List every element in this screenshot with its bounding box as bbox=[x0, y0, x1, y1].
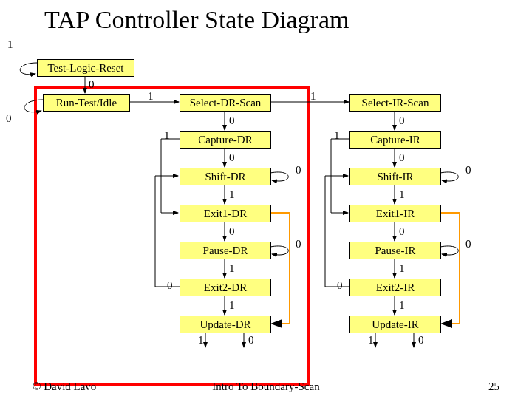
footer-center: Intro To Boundary-Scan bbox=[212, 381, 319, 393]
state-e1ir: Exit1-IR bbox=[349, 205, 441, 222]
state-sdr: Select-DR-Scan bbox=[180, 94, 271, 112]
state-e2ir: Exit2-IR bbox=[349, 279, 441, 296]
lbl-cir-shir: 0 bbox=[399, 151, 405, 164]
lbl-e1dr-pdr: 0 bbox=[229, 225, 235, 238]
lbl-sdr-cdr: 0 bbox=[229, 115, 235, 127]
lbl-uir-r: 0 bbox=[418, 334, 424, 347]
lbl-e2dr-shdr: 0 bbox=[167, 279, 173, 292]
state-e2dr: Exit2-DR bbox=[180, 279, 271, 296]
state-uir: Update-IR bbox=[349, 316, 441, 333]
footer-right: 25 bbox=[488, 381, 499, 393]
lbl-tlr-self: 1 bbox=[7, 38, 13, 51]
state-cdr: Capture-DR bbox=[180, 131, 271, 149]
state-cir: Capture-IR bbox=[349, 131, 441, 149]
state-sir: Select-IR-Scan bbox=[349, 94, 441, 112]
state-tlr: Test-Logic-Reset bbox=[37, 59, 134, 77]
state-shir: Shift-IR bbox=[349, 168, 441, 185]
lbl-rti-self: 0 bbox=[6, 112, 12, 125]
lbl-shdr-e1dr: 1 bbox=[229, 188, 235, 201]
state-shdr: Shift-DR bbox=[180, 168, 271, 185]
lbl-e2dr-udr: 1 bbox=[229, 299, 235, 312]
lbl-udr-l: 1 bbox=[198, 334, 204, 347]
state-e1dr: Exit1-DR bbox=[180, 205, 271, 222]
lbl-pdr-self: 0 bbox=[296, 238, 301, 250]
lbl-shdr-self: 0 bbox=[296, 164, 301, 177]
lbl-sir-cir: 0 bbox=[399, 115, 405, 127]
lbl-shir-e1ir: 1 bbox=[399, 188, 405, 201]
lbl-pdr-e2dr: 1 bbox=[229, 262, 235, 275]
lbl-tlr-rti: 0 bbox=[89, 78, 95, 91]
lbl-sdr-sir: 1 bbox=[310, 90, 316, 103]
lbl-cir-e1ir: 1 bbox=[334, 129, 340, 142]
lbl-cdr-shdr: 0 bbox=[229, 151, 235, 164]
state-rti: Run-Test/Idle bbox=[43, 94, 130, 112]
lbl-pir-e2ir: 1 bbox=[399, 262, 405, 275]
lbl-shir-self: 0 bbox=[466, 164, 471, 177]
lbl-e1ir-pir: 0 bbox=[399, 225, 405, 238]
lbl-pir-self: 0 bbox=[466, 238, 471, 250]
lbl-udr-r: 0 bbox=[248, 334, 254, 347]
state-pdr: Pause-DR bbox=[180, 242, 271, 259]
state-pir: Pause-IR bbox=[349, 242, 441, 259]
lbl-uir-l: 1 bbox=[368, 334, 374, 347]
lbl-e2ir-shir: 0 bbox=[337, 279, 343, 292]
lbl-e2ir-uir: 1 bbox=[399, 299, 405, 312]
footer-left: © David Lavo bbox=[33, 381, 96, 393]
lbl-rti-sdr: 1 bbox=[148, 90, 154, 103]
lbl-cdr-e1dr: 1 bbox=[164, 129, 170, 142]
state-udr: Update-DR bbox=[180, 316, 271, 333]
